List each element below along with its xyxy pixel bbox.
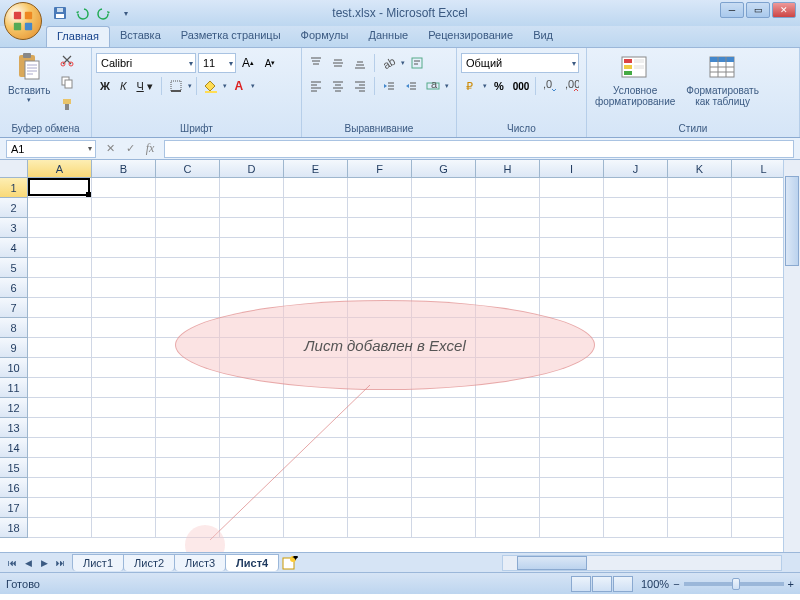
cell[interactable] — [92, 238, 156, 258]
font-size-combo[interactable]: 11 — [198, 53, 236, 73]
minimize-button[interactable]: ─ — [720, 2, 744, 18]
cell[interactable] — [284, 238, 348, 258]
cell[interactable] — [540, 218, 604, 238]
comma-format-icon[interactable]: 000 — [511, 76, 531, 96]
row-header[interactable]: 4 — [0, 238, 28, 258]
font-color-icon[interactable]: A — [229, 76, 249, 96]
cell[interactable] — [476, 258, 540, 278]
cell[interactable] — [476, 438, 540, 458]
cell[interactable] — [476, 458, 540, 478]
cell[interactable] — [92, 178, 156, 198]
cell[interactable] — [668, 498, 732, 518]
cell[interactable] — [348, 178, 412, 198]
cell[interactable] — [92, 258, 156, 278]
cell[interactable] — [348, 338, 412, 358]
page-layout-view-button[interactable] — [592, 576, 612, 592]
column-header[interactable]: I — [540, 160, 604, 178]
cell[interactable] — [284, 398, 348, 418]
cell[interactable] — [28, 298, 92, 318]
tab-home[interactable]: Главная — [46, 26, 110, 47]
cell[interactable] — [540, 238, 604, 258]
cell[interactable] — [348, 198, 412, 218]
cell[interactable] — [284, 378, 348, 398]
cell[interactable] — [412, 178, 476, 198]
accounting-format-icon[interactable]: ₽ — [461, 76, 481, 96]
fill-color-icon[interactable] — [201, 76, 221, 96]
cell[interactable] — [284, 318, 348, 338]
cell[interactable] — [412, 238, 476, 258]
row-header[interactable]: 8 — [0, 318, 28, 338]
cell[interactable] — [92, 338, 156, 358]
row-header[interactable]: 3 — [0, 218, 28, 238]
cell[interactable] — [28, 438, 92, 458]
cell[interactable] — [156, 318, 220, 338]
wrap-text-icon[interactable] — [407, 53, 427, 73]
sheet-tab[interactable]: Лист1 — [72, 554, 124, 571]
cell[interactable] — [668, 178, 732, 198]
cell[interactable] — [28, 478, 92, 498]
row-header[interactable]: 13 — [0, 418, 28, 438]
cell[interactable] — [348, 278, 412, 298]
tab-insert[interactable]: Вставка — [110, 26, 171, 47]
row-header[interactable]: 14 — [0, 438, 28, 458]
decrease-decimal-icon[interactable]: ,00 — [562, 76, 582, 96]
cell[interactable] — [28, 358, 92, 378]
cell[interactable] — [604, 218, 668, 238]
cell[interactable] — [540, 298, 604, 318]
cell[interactable] — [476, 378, 540, 398]
cell[interactable] — [412, 518, 476, 538]
office-button[interactable] — [4, 2, 42, 40]
grow-font-icon[interactable]: A▴ — [238, 53, 258, 73]
cell[interactable] — [604, 198, 668, 218]
cell[interactable] — [604, 378, 668, 398]
cell[interactable] — [668, 258, 732, 278]
cell[interactable] — [156, 378, 220, 398]
cell[interactable] — [284, 458, 348, 478]
cell[interactable] — [156, 238, 220, 258]
row-header[interactable]: 1 — [0, 178, 28, 198]
cell[interactable] — [348, 478, 412, 498]
cell[interactable] — [28, 398, 92, 418]
cell[interactable] — [220, 278, 284, 298]
align-middle-icon[interactable] — [328, 53, 348, 73]
cell[interactable] — [284, 338, 348, 358]
cell[interactable] — [156, 518, 220, 538]
increase-decimal-icon[interactable]: ,0 — [540, 76, 560, 96]
name-box[interactable]: A1 — [6, 140, 96, 158]
cell[interactable] — [604, 518, 668, 538]
row-header[interactable]: 7 — [0, 298, 28, 318]
cell[interactable] — [348, 358, 412, 378]
cell[interactable] — [284, 218, 348, 238]
cell[interactable] — [92, 478, 156, 498]
worksheet-grid[interactable]: ABCDEFGHIJKL 123456789101112131415161718… — [0, 160, 800, 552]
cell[interactable] — [28, 518, 92, 538]
formula-input[interactable] — [164, 140, 794, 158]
cell[interactable] — [348, 238, 412, 258]
fx-icon[interactable]: fx — [140, 140, 160, 158]
cell[interactable] — [220, 418, 284, 438]
undo-icon[interactable] — [72, 3, 92, 23]
conditional-formatting-button[interactable]: Условное форматирование — [591, 50, 679, 109]
cell[interactable] — [540, 478, 604, 498]
cell[interactable] — [668, 238, 732, 258]
cell[interactable] — [604, 478, 668, 498]
cell[interactable] — [412, 298, 476, 318]
horizontal-scrollbar[interactable] — [502, 555, 782, 571]
cell[interactable] — [348, 298, 412, 318]
last-sheet-button[interactable]: ⏭ — [52, 555, 68, 571]
cell[interactable] — [476, 318, 540, 338]
cell[interactable] — [348, 458, 412, 478]
cell[interactable] — [156, 278, 220, 298]
cell[interactable] — [668, 458, 732, 478]
cell[interactable] — [220, 338, 284, 358]
cell[interactable] — [156, 198, 220, 218]
zoom-level[interactable]: 100% — [641, 578, 669, 590]
cell[interactable] — [28, 458, 92, 478]
cell[interactable] — [156, 338, 220, 358]
row-header[interactable]: 2 — [0, 198, 28, 218]
sheet-tab[interactable]: Лист3 — [174, 554, 226, 571]
new-sheet-button[interactable]: ✦ — [280, 555, 300, 571]
cell[interactable] — [156, 298, 220, 318]
cell[interactable] — [412, 358, 476, 378]
cell[interactable] — [348, 498, 412, 518]
